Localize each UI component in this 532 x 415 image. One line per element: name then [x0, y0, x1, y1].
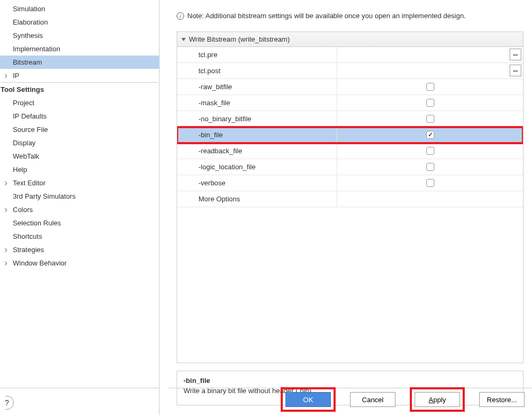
setting-name-label: More Options: [198, 195, 240, 203]
tree-item-ip[interactable]: ›IP: [0, 69, 159, 82]
tree-item-strategies[interactable]: ›Strategies: [0, 243, 159, 256]
tree-item-source-file[interactable]: Source File: [0, 123, 159, 136]
setting-row-tcl-post[interactable]: tcl.post•••: [177, 63, 523, 79]
tree-item-label: Window Behavior: [13, 259, 67, 267]
tree-item-label: General: [13, 0, 37, 1]
note-row: i Note: Additional bitstream settings wi…: [177, 0, 523, 23]
apply-highlight: Apply: [410, 387, 465, 412]
setting-row--raw-bitfile[interactable]: -raw_bitfile: [177, 79, 523, 95]
tree-item-label: Bitstream: [13, 58, 42, 66]
tree-item-display[interactable]: Display: [0, 136, 159, 150]
tree-item-elaboration[interactable]: Elaboration: [0, 15, 159, 29]
tree-item-label: Elaboration: [13, 18, 48, 26]
setting-name-label: -mask_file: [198, 99, 230, 107]
setting-row--readback-file[interactable]: -readback_file: [177, 143, 523, 159]
tree-item-help[interactable]: Help: [0, 163, 159, 176]
tree-item-simulation[interactable]: Simulation: [0, 2, 159, 15]
setting-value-cell[interactable]: [337, 95, 523, 111]
ellipsis-button[interactable]: •••: [510, 65, 521, 76]
setting-value-cell[interactable]: [337, 191, 523, 207]
setting-row--verbose[interactable]: -verbose: [177, 175, 523, 191]
tree-item-synthesis[interactable]: Synthesis: [0, 29, 159, 42]
setting-name-label: tcl.pre: [198, 51, 217, 59]
setting-row-more-options[interactable]: More Options: [177, 191, 523, 207]
write-bitstream-panel: Write Bitstream (write_bitstream) tcl.pr…: [177, 32, 523, 363]
setting-name-cell: tcl.post: [177, 63, 337, 79]
ok-button[interactable]: OK: [285, 392, 331, 407]
apply-button[interactable]: Apply: [415, 392, 460, 407]
tree-item-project[interactable]: Project: [0, 96, 159, 109]
setting-name-cell: -readback_file: [177, 143, 337, 159]
setting-value-cell[interactable]: [337, 79, 523, 95]
ellipsis-button[interactable]: •••: [510, 49, 521, 60]
sidebar-bottom-divider: [0, 388, 160, 388]
setting-name-label: -no_binary_bitfile: [198, 115, 251, 123]
apply-label-rest: pply: [433, 396, 446, 404]
info-icon: i: [177, 12, 184, 20]
setting-value-cell[interactable]: [337, 127, 523, 143]
description-title: -bin_file: [184, 377, 517, 385]
setting-name-label: -verbose: [198, 179, 226, 187]
tree-item-bitstream[interactable]: Bitstream: [0, 56, 159, 69]
restore-button[interactable]: Restore...: [479, 392, 525, 407]
chevron-right-icon: ›: [4, 246, 13, 253]
setting-value-cell[interactable]: •••: [337, 63, 523, 79]
cancel-wrap: Cancel: [345, 387, 400, 412]
checkbox[interactable]: [426, 147, 434, 155]
setting-row--bin-file[interactable]: -bin_file: [177, 127, 523, 143]
tree-item-label: Project: [13, 99, 34, 107]
tree-item-label: IP Defaults: [13, 112, 46, 120]
checkbox[interactable]: [426, 179, 434, 187]
setting-value-cell[interactable]: •••: [337, 47, 523, 62]
setting-value-cell[interactable]: [337, 159, 523, 175]
tree-item-colors[interactable]: ›Colors: [0, 203, 159, 216]
tree-item-label: Source File: [13, 126, 48, 134]
setting-row--logic-location-file[interactable]: -logic_location_file: [177, 159, 523, 175]
chevron-right-icon: ›: [4, 260, 13, 267]
tree-item-label: Implementation: [13, 45, 60, 53]
tree-item-label: 3rd Party Simulators: [13, 192, 76, 200]
tree-item-label: Colors: [13, 206, 33, 214]
setting-name-label: -bin_file: [198, 131, 223, 139]
tree-item-label: Help: [13, 166, 27, 174]
tree-item-implementation[interactable]: Implementation: [0, 42, 159, 56]
tree-item-shortcuts[interactable]: Shortcuts: [0, 230, 159, 243]
checkbox[interactable]: [426, 99, 434, 107]
setting-name-label: tcl.post: [198, 67, 220, 75]
ok-highlight: OK: [281, 387, 336, 412]
tree-item-label: Shortcuts: [13, 232, 42, 240]
tree-item-text-editor[interactable]: ›Text Editor: [0, 176, 159, 190]
tree-item-webtalk[interactable]: WebTalk: [0, 150, 159, 163]
note-text: Note: Additional bitstream settings will…: [187, 12, 466, 20]
setting-value-cell[interactable]: [337, 143, 523, 159]
panel-header[interactable]: Write Bitstream (write_bitstream): [177, 32, 523, 47]
setting-row--mask-file[interactable]: -mask_file: [177, 95, 523, 111]
tree-item-label: WebTalk: [13, 152, 39, 160]
tree-item-selection-rules[interactable]: Selection Rules: [0, 216, 159, 230]
setting-row-tcl-pre[interactable]: tcl.pre•••: [177, 47, 523, 63]
chevron-right-icon: ›: [4, 206, 13, 213]
setting-value-cell[interactable]: [337, 175, 523, 191]
setting-value-cell[interactable]: [337, 111, 523, 127]
setting-name-cell: -logic_location_file: [177, 159, 337, 175]
tree-item-window-behavior[interactable]: ›Window Behavior: [0, 256, 159, 270]
setting-name-label: -raw_bitfile: [198, 83, 232, 91]
tree-item-ip-defaults[interactable]: IP Defaults: [0, 109, 159, 123]
setting-name-cell: -verbose: [177, 175, 337, 191]
checkbox[interactable]: [426, 163, 434, 171]
tool-settings-header: Tool Settings: [0, 83, 159, 96]
setting-name-cell: -bin_file: [177, 127, 337, 143]
setting-name-label: -readback_file: [198, 147, 242, 155]
ok-label: OK: [303, 396, 313, 404]
tree-item-label: Strategies: [13, 246, 44, 254]
dialog-button-bar: OK Cancel Apply Restore...: [281, 387, 527, 412]
cancel-button[interactable]: Cancel: [350, 392, 395, 407]
tree-item-label: Display: [13, 139, 36, 147]
checkbox[interactable]: [426, 115, 434, 123]
checkbox[interactable]: [426, 131, 434, 139]
settings-tree-sidebar: GeneralSimulationElaborationSynthesisImp…: [0, 0, 160, 415]
setting-row--no-binary-bitfile[interactable]: -no_binary_bitfile: [177, 111, 523, 127]
settings-content: i Note: Additional bitstream settings wi…: [160, 0, 532, 415]
tree-item-3rd-party-simulators[interactable]: 3rd Party Simulators: [0, 190, 159, 203]
checkbox[interactable]: [426, 83, 434, 91]
